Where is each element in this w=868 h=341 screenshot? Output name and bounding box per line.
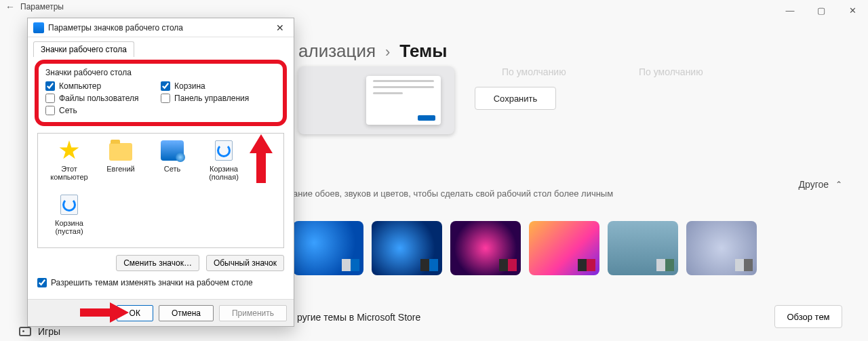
icon-this-pc[interactable]: Этот компьютер [43, 139, 95, 193]
maximize-button[interactable]: ▢ [806, 0, 837, 20]
default-icon-button[interactable]: Обычный значок [206, 255, 284, 271]
breadcrumb-current: Темы [399, 41, 447, 62]
checkbox-computer[interactable]: Компьютер [45, 81, 161, 91]
group-legend: Значки рабочего стола [45, 68, 276, 77]
tab-desktop-icons[interactable]: Значки рабочего стола [33, 41, 134, 57]
dialog-tabs: Значки рабочего стола [28, 37, 294, 57]
checkbox-control-panel-input[interactable] [161, 94, 170, 103]
checkbox-control-panel[interactable]: Панель управления [161, 94, 276, 103]
cancel-button[interactable]: Отмена [159, 305, 214, 321]
theme-preview [298, 66, 454, 134]
checkbox-recycle-bin-label: Корзина [174, 81, 205, 91]
description-text: ание обоев, звуков и цветов, чтобы сдела… [293, 188, 613, 199]
checkbox-network-label: Сеть [59, 106, 77, 115]
allow-themes-checkbox-input[interactable] [37, 278, 47, 287]
gamepad-icon [19, 327, 31, 336]
back-button[interactable]: ← [5, 1, 15, 12]
icon-network-label: Сеть [164, 165, 180, 173]
theme-thumb-6[interactable] [686, 221, 757, 275]
theme-thumb-3[interactable] [450, 221, 521, 275]
icon-this-pc-label: Этот компьютер [43, 165, 95, 181]
themes-row [293, 221, 757, 275]
breadcrumb-separator: › [385, 43, 390, 61]
close-button[interactable]: ✕ [837, 0, 868, 20]
checkbox-recycle-bin[interactable]: Корзина [161, 81, 276, 91]
ok-button[interactable]: ОК [117, 305, 153, 321]
dialog-title: Параметры значков рабочего стола [48, 23, 268, 33]
checkbox-user-files-input[interactable] [45, 94, 55, 103]
other-label: Другое [799, 179, 829, 190]
theme-thumb-5[interactable] [608, 221, 678, 275]
theme-thumb-4[interactable] [529, 221, 599, 275]
icon-recycle-empty[interactable]: Корзина (пустая) [43, 193, 95, 247]
store-line: ругие темы в Microsoft Store [297, 312, 420, 323]
icon-recycle-empty-label: Корзина (пустая) [43, 219, 95, 235]
highlight-box: Значки рабочего стола Компьютер Корзина … [35, 60, 287, 126]
icon-network[interactable]: Сеть [146, 139, 198, 193]
dialog-close-button[interactable]: ✕ [272, 22, 288, 33]
change-icon-button[interactable]: Сменить значок… [116, 255, 199, 271]
checkbox-computer-label: Компьютер [59, 81, 101, 91]
apply-button[interactable]: Применить [219, 305, 287, 321]
checkbox-recycle-bin-input[interactable] [161, 81, 170, 91]
ghost-label-2: По умолчанию [639, 66, 703, 77]
chevron-up-icon: ⌃ [835, 180, 842, 189]
checkbox-network-input[interactable] [45, 106, 55, 115]
checkbox-network[interactable]: Сеть [45, 106, 161, 115]
checkbox-user-files[interactable]: Файлы пользователя [45, 94, 161, 103]
other-expander[interactable]: Другое ⌃ [799, 179, 842, 190]
ghost-label-1: По умолчанию [502, 66, 566, 77]
sidebar-item-label: Игры [38, 326, 60, 337]
browse-themes-button[interactable]: Обзор тем [774, 305, 842, 328]
checkbox-computer-input[interactable] [45, 81, 55, 91]
theme-thumb-1[interactable] [293, 221, 363, 275]
checkbox-user-files-label: Файлы пользователя [59, 94, 138, 103]
desktop-icons-dialog: Параметры значков рабочего стола ✕ Значк… [27, 18, 294, 327]
icon-preview-list[interactable]: Этот компьютер Евгений Сеть Корзина (пол… [37, 133, 284, 248]
titlebar: ← Параметры [0, 0, 868, 14]
breadcrumb-parent[interactable]: ализация [298, 41, 376, 62]
save-button[interactable]: Сохранить [475, 87, 556, 110]
dialog-icon [33, 22, 44, 33]
icon-user-folder-label: Евгений [106, 165, 134, 173]
theme-thumb-2[interactable] [372, 221, 442, 275]
allow-themes-label: Разрешить темам изменять значки на рабоч… [51, 278, 253, 287]
minimize-button[interactable]: — [774, 0, 806, 20]
icon-recycle-full[interactable]: Корзина (полная) [198, 139, 250, 193]
icon-recycle-full-label: Корзина (полная) [198, 165, 250, 181]
checkbox-control-panel-label: Панель управления [174, 94, 249, 103]
window-controls: — ▢ ✕ [774, 0, 868, 20]
breadcrumb: ализация › Темы [298, 41, 448, 62]
dialog-titlebar: Параметры значков рабочего стола ✕ [28, 18, 294, 37]
icon-user-folder[interactable]: Евгений [95, 139, 146, 193]
sidebar-item-games[interactable]: Игры [19, 326, 60, 337]
dialog-footer: ОК Отмена Применить [28, 299, 294, 326]
window-title: Параметры [20, 2, 64, 12]
allow-themes-checkbox[interactable]: Разрешить темам изменять значки на рабоч… [37, 278, 284, 287]
